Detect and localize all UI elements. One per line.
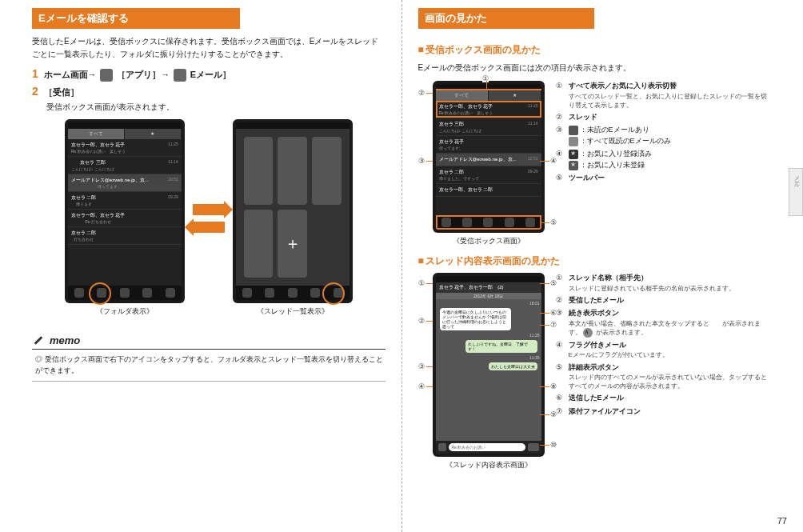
chat-input-field: Re:飲み会のお誘い <box>449 443 525 451</box>
annotated-block-1: ② ③ すべて ★ 京セラ一郎、京セラ 花子Re:飲み会のお誘い 楽しそう11:… <box>418 81 772 246</box>
star-filled-icon <box>569 150 578 159</box>
chat-header: 京セラ 花子、京セラ一郎 (2) <box>436 282 541 293</box>
step-2: 2 ［受信］ <box>32 85 386 98</box>
chat-bubble-received: 今週の金曜日に久しぶりにいつものメンバーで飲みませんか？場所は前に行った沖縄料理… <box>440 308 512 330</box>
chat-bubble-sent-1: 久しぶりですね。金曜日、了解です！ <box>465 340 537 353</box>
arrow-left-icon <box>193 222 225 233</box>
step-1-text-c: Eメール］ <box>190 70 231 79</box>
pencil-icon <box>32 333 46 347</box>
memo-title: memo <box>50 334 80 346</box>
toggle-arrows <box>193 204 225 233</box>
arrow-right-icon <box>193 204 225 215</box>
attach-icon <box>438 443 446 451</box>
phone-comparison-row: すべて ★ 京セラ一郎、京セラ 花子Re:飲み会のお誘い 楽しそう11:25 京… <box>32 119 386 317</box>
sub1-intro: Eメールの受信ボックス画面には次の項目が表示されます。 <box>418 62 772 74</box>
sub-heading-2: スレッド内容表示画面の見かた <box>418 254 772 268</box>
highlight-circle-right <box>322 282 345 305</box>
star-empty-icon <box>569 161 578 170</box>
phone-folder-view: すべて ★ 京セラ一郎、京セラ 花子Re:飲み会のお誘い 楽しそう11:25 京… <box>65 119 185 303</box>
phone-inbox-annotated: すべて ★ 京セラ一郎、京セラ 花子Re:飲み会のお誘い 楽しそう11:25 京… <box>433 81 545 233</box>
read-mail-icon <box>569 137 578 146</box>
sub-heading-1: 受信ボックス画面の見かた <box>418 43 772 57</box>
callout-r4: ④ <box>550 157 557 165</box>
step-2-sub: 受信ボックス画面が表示されます。 <box>46 102 386 113</box>
step-2-text: ［受信］ <box>44 87 79 97</box>
send-button-icon <box>528 443 539 451</box>
page-number: 77 <box>777 516 787 526</box>
step-1-text-a: ホーム画面→ <box>44 70 97 79</box>
caption-folder: 《フォルダ表示》 <box>65 306 185 317</box>
highlight-thread-item <box>436 101 541 118</box>
memo-box: memo ◎ 受信ボックス画面で右下のアイコンをタップすると、フォルダ表示とスレ… <box>32 333 386 382</box>
step-1-text-b: ［アプリ］→ <box>117 70 170 79</box>
email-icon <box>174 69 186 82</box>
caption-thread: 《スレッド一覧表示》 <box>233 306 353 317</box>
phone-thread-detail: 京セラ 花子、京セラ一郎 (2) 2012年 6月 18日 18:01 今週の金… <box>433 273 545 457</box>
side-tab: メール <box>789 168 803 216</box>
memo-text: ◎ 受信ボックス画面で右下のアイコンをタップすると、フォルダ表示とスレッド一覧表… <box>32 354 386 376</box>
callout-1: ② <box>418 89 425 97</box>
caption-thread-detail: 《スレッド内容表示画面》 <box>433 460 545 470</box>
phone-tab-star: ★ <box>125 129 182 139</box>
annotated-block-2: ① ② ③ ④ 京セラ 花子、京セラ一郎 (2) 2012年 6月 18日 18… <box>418 273 772 470</box>
step-1-number: 1 <box>32 67 38 80</box>
desc-list-2: ①スレッド名称（相手先）スレッドに登録されている相手先の名前が表示されます。 ②… <box>556 273 772 470</box>
callout-top1: ① <box>482 74 489 82</box>
desc-list-1: ①すべて表示／お気に入り表示切替すべてのスレッド一覧と、お気に入りに登録したスレ… <box>556 81 772 246</box>
intro-text: 受信したEメールは、受信ボックスに保存されます。受信ボックス画面では、Eメールを… <box>32 35 386 61</box>
phone-thread-view: ＋ <box>233 119 353 303</box>
highlight-toolbar <box>436 215 541 230</box>
callout-2: ③ <box>418 157 425 165</box>
chat-bubble-sent-2: わたしも金曜日は大丈夫 <box>489 362 537 370</box>
step-2-number: 2 <box>32 85 38 98</box>
apps-icon <box>100 69 113 82</box>
expand-icon <box>583 328 593 338</box>
step-1: 1 ホーム画面→ ［アプリ］→ Eメール］ <box>32 67 386 82</box>
unread-mail-icon <box>569 126 578 135</box>
section-heading-left: Eメールを確認する <box>32 8 240 29</box>
highlight-circle-left <box>89 282 111 305</box>
callout-r5: ⑤ <box>550 218 557 226</box>
caption-inbox: 《受信ボックス画面》 <box>433 236 545 246</box>
section-heading-right: 画面の見かた <box>418 8 594 29</box>
phone-tab-all: すべて <box>68 129 125 139</box>
